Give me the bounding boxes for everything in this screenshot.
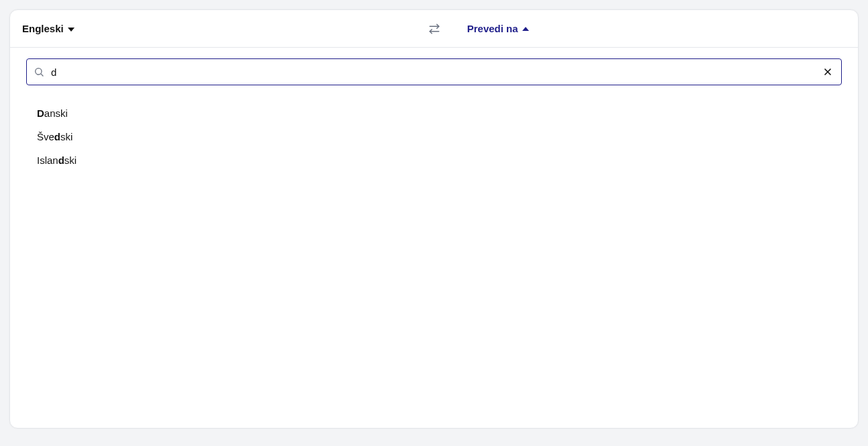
language-option[interactable]: Švedski [37,125,842,148]
language-search-input[interactable] [51,66,814,78]
svg-line-1 [41,74,43,76]
body: Danski Švedski Islandski [10,48,858,428]
caret-down-icon [68,28,75,32]
svg-point-0 [36,69,42,75]
search-icon [34,66,44,77]
search-results: Danski Švedski Islandski [26,101,842,172]
swap-icon [428,23,440,35]
language-search-box [26,58,842,85]
header: Engleski Prevedi na [10,10,858,48]
target-language-selector[interactable]: Prevedi na [467,23,529,34]
header-inner: Engleski Prevedi na [21,19,847,38]
source-language-label: Engleski [22,23,64,34]
clear-search-button[interactable] [821,65,834,79]
swap-languages-button[interactable] [424,18,445,40]
translator-card: Engleski Prevedi na [9,9,859,429]
language-option[interactable]: Islandski [37,148,842,172]
close-icon [822,66,833,77]
caret-up-icon [522,27,529,31]
source-language-selector[interactable]: Engleski [21,19,76,38]
language-option[interactable]: Danski [37,101,842,125]
target-language-label: Prevedi na [467,23,518,34]
